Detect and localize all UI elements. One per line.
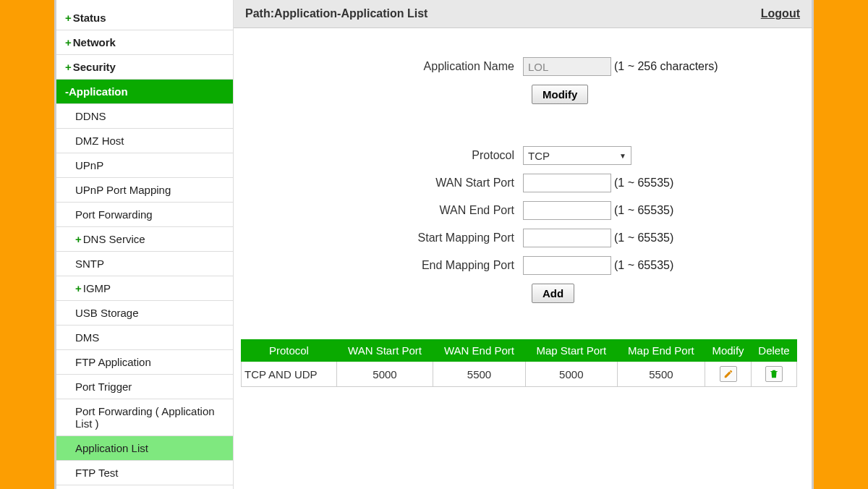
nav-label: DMS xyxy=(75,331,99,344)
th-wan-start: WAN Start Port xyxy=(336,340,433,362)
nav-igmp[interactable]: +IGMP xyxy=(56,276,233,301)
nav-label: UPnP Port Mapping xyxy=(75,184,171,196)
input-map-start[interactable] xyxy=(523,229,611,247)
nav-label: SNTP xyxy=(75,258,104,270)
row-wan-start: WAN Start Port (1 ~ 65535) xyxy=(255,174,790,192)
cell-protocol: TCP AND UDP xyxy=(242,362,337,387)
nav-label: Application xyxy=(69,85,128,98)
cell-wan-end: 5500 xyxy=(433,362,525,387)
row-map-end: End Mapping Port (1 ~ 65535) xyxy=(255,256,790,275)
cell-wan-start: 5000 xyxy=(336,362,433,387)
nav-label: Port Forwarding ( Application List ) xyxy=(75,405,215,430)
hint-map-start: (1 ~ 65535) xyxy=(614,231,673,244)
logout-link[interactable]: Logout xyxy=(761,7,800,20)
nav-security[interactable]: +Security xyxy=(56,55,233,80)
input-wan-start[interactable] xyxy=(523,174,611,192)
nav-label: DMZ Host xyxy=(75,135,124,147)
nav-status[interactable]: +Status xyxy=(56,6,233,30)
nav-dns-service[interactable]: +DNS Service xyxy=(56,227,233,252)
nav-label: Port Forwarding xyxy=(75,208,153,221)
label-wan-start: WAN Start Port xyxy=(255,177,523,190)
nav-label: Network xyxy=(73,36,116,48)
port-table: Protocol WAN Start Port WAN End Port Map… xyxy=(234,339,812,387)
nav-port-forwarding[interactable]: Port Forwarding xyxy=(56,203,233,227)
label-app-name: Application Name xyxy=(255,60,523,73)
nav-ddns[interactable]: DDNS xyxy=(56,104,233,129)
nav-label: Security xyxy=(73,61,116,73)
pencil-icon xyxy=(723,369,733,379)
chevron-down-icon: ▼ xyxy=(619,152,626,160)
nav-ftp-application[interactable]: FTP Application xyxy=(56,350,233,375)
row-map-start: Start Mapping Port (1 ~ 65535) xyxy=(255,229,790,247)
nav-label: Application List xyxy=(75,442,148,454)
hint-wan-start: (1 ~ 65535) xyxy=(614,177,673,190)
app-container: +Status +Network +Security -Application … xyxy=(54,0,814,489)
nav-application[interactable]: -Application xyxy=(56,80,233,104)
nav-network[interactable]: +Network xyxy=(56,30,233,55)
row-app-name: Application Name (1 ~ 256 characters) xyxy=(255,57,790,76)
expand-icon: + xyxy=(65,12,72,24)
sidebar: +Status +Network +Security -Application … xyxy=(56,0,234,489)
nav-usb-storage[interactable]: USB Storage xyxy=(56,301,233,326)
expand-icon: + xyxy=(75,233,82,245)
nav-label: DDNS xyxy=(75,110,106,122)
nav-dms[interactable]: DMS xyxy=(56,326,233,350)
label-wan-end: WAN End Port xyxy=(255,204,523,217)
add-button[interactable]: Add xyxy=(532,284,574,303)
modify-button[interactable]: Modify xyxy=(532,85,588,104)
nav-sntp[interactable]: SNTP xyxy=(56,252,233,276)
trash-icon xyxy=(769,368,779,380)
table-row: TCP AND UDP 5000 5500 5000 5500 xyxy=(242,362,797,387)
nav-label: DNS Service xyxy=(83,233,145,245)
delete-row-button[interactable] xyxy=(765,366,783,382)
nav-label: IGMP xyxy=(83,282,111,294)
nav-label: UPnP xyxy=(75,159,103,171)
nav-label: FTP Application xyxy=(75,356,151,368)
th-protocol: Protocol xyxy=(242,340,337,362)
label-map-end: End Mapping Port xyxy=(255,259,523,272)
expand-icon: + xyxy=(65,36,72,48)
row-add-btn: Add xyxy=(532,284,790,303)
row-protocol: Protocol TCP ▼ xyxy=(255,146,790,165)
edit-row-button[interactable] xyxy=(720,366,737,382)
nav-dmz-host[interactable]: DMZ Host xyxy=(56,129,233,153)
input-wan-end[interactable] xyxy=(523,201,611,220)
nav-port-trigger[interactable]: Port Trigger xyxy=(56,375,233,399)
th-map-start: Map Start Port xyxy=(525,340,617,362)
hint-app-name: (1 ~ 256 characters) xyxy=(614,60,718,73)
row-modify-btn: Modify xyxy=(532,85,790,104)
th-wan-end: WAN End Port xyxy=(433,340,525,362)
cell-modify xyxy=(705,362,752,387)
hint-map-end: (1 ~ 65535) xyxy=(614,259,673,272)
expand-icon: + xyxy=(75,282,82,294)
breadcrumb: Path:Application-Application List xyxy=(245,7,427,20)
label-map-start: Start Mapping Port xyxy=(255,231,523,244)
th-delete: Delete xyxy=(751,340,796,362)
nav-upnp[interactable]: UPnP xyxy=(56,153,233,178)
label-protocol: Protocol xyxy=(255,149,523,162)
row-wan-end: WAN End Port (1 ~ 65535) xyxy=(255,201,790,220)
nav-port-forwarding-app-list[interactable]: Port Forwarding ( Application List ) xyxy=(56,399,233,436)
select-value: TCP xyxy=(528,150,550,162)
cell-delete xyxy=(751,362,796,387)
main-panel: Path:Application-Application List Logout… xyxy=(234,0,812,489)
nav-ftp-test[interactable]: FTP Test xyxy=(56,461,233,485)
nav-label: Status xyxy=(73,12,106,24)
cell-map-start: 5000 xyxy=(525,362,617,387)
input-app-name[interactable] xyxy=(523,57,611,76)
nav-label: USB Storage xyxy=(75,307,139,319)
path-bar: Path:Application-Application List Logout xyxy=(234,0,812,28)
form-area: Application Name (1 ~ 256 characters) Mo… xyxy=(234,28,812,339)
input-map-end[interactable] xyxy=(523,256,611,275)
cell-map-end: 5500 xyxy=(617,362,705,387)
nav-upnp-port-mapping[interactable]: UPnP Port Mapping xyxy=(56,178,233,203)
select-protocol[interactable]: TCP ▼ xyxy=(523,146,631,165)
th-modify: Modify xyxy=(705,340,752,362)
expand-icon: + xyxy=(65,61,72,73)
nav-label: Port Trigger xyxy=(75,380,132,393)
th-map-end: Map End Port xyxy=(617,340,705,362)
nav-label: FTP Test xyxy=(75,467,118,479)
hint-wan-end: (1 ~ 65535) xyxy=(614,204,673,217)
nav-application-list[interactable]: Application List xyxy=(56,436,233,461)
